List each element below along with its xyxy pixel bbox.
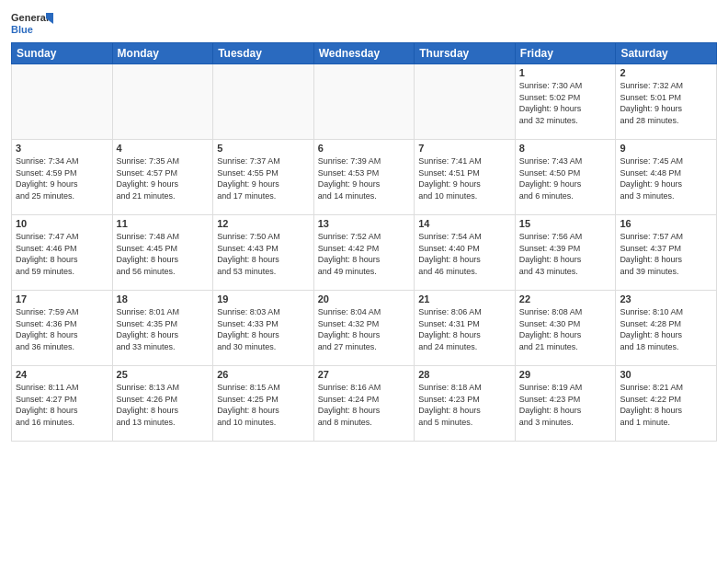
calendar-cell bbox=[12, 64, 113, 140]
day-number: 12 bbox=[217, 218, 310, 229]
calendar-cell bbox=[112, 64, 213, 140]
calendar-cell: 6Sunrise: 7:39 AM Sunset: 4:53 PM Daylig… bbox=[313, 140, 415, 215]
day-info: Sunrise: 7:39 AM Sunset: 4:53 PM Dayligh… bbox=[318, 155, 411, 201]
column-header-monday: Monday bbox=[112, 43, 213, 64]
day-number: 4 bbox=[117, 143, 210, 154]
svg-text:General: General bbox=[11, 12, 49, 23]
day-info: Sunrise: 8:04 AM Sunset: 4:32 PM Dayligh… bbox=[318, 306, 411, 352]
column-header-sunday: Sunday bbox=[12, 43, 113, 64]
column-header-saturday: Saturday bbox=[616, 43, 717, 64]
day-info: Sunrise: 7:30 AM Sunset: 5:02 PM Dayligh… bbox=[519, 80, 612, 126]
calendar-cell: 1Sunrise: 7:30 AM Sunset: 5:02 PM Daylig… bbox=[515, 64, 616, 140]
calendar-cell bbox=[213, 64, 314, 140]
calendar-cell: 30Sunrise: 8:21 AM Sunset: 4:22 PM Dayli… bbox=[616, 366, 717, 442]
calendar-cell: 10Sunrise: 7:47 AM Sunset: 4:46 PM Dayli… bbox=[12, 215, 113, 291]
day-info: Sunrise: 7:34 AM Sunset: 4:59 PM Dayligh… bbox=[16, 155, 108, 201]
day-number: 1 bbox=[519, 67, 612, 78]
calendar-cell: 13Sunrise: 7:52 AM Sunset: 4:42 PM Dayli… bbox=[313, 215, 415, 291]
day-number: 15 bbox=[519, 218, 612, 229]
day-number: 26 bbox=[217, 369, 310, 380]
day-info: Sunrise: 8:03 AM Sunset: 4:33 PM Dayligh… bbox=[217, 306, 310, 352]
day-number: 27 bbox=[318, 369, 411, 380]
calendar-cell: 23Sunrise: 8:10 AM Sunset: 4:28 PM Dayli… bbox=[616, 291, 717, 366]
calendar-cell: 12Sunrise: 7:50 AM Sunset: 4:43 PM Dayli… bbox=[213, 215, 314, 291]
day-number: 9 bbox=[620, 143, 712, 154]
calendar-cell: 27Sunrise: 8:16 AM Sunset: 4:24 PM Dayli… bbox=[313, 366, 415, 442]
calendar-cell: 2Sunrise: 7:32 AM Sunset: 5:01 PM Daylig… bbox=[616, 64, 717, 140]
day-info: Sunrise: 8:15 AM Sunset: 4:25 PM Dayligh… bbox=[217, 382, 310, 428]
day-info: Sunrise: 8:08 AM Sunset: 4:30 PM Dayligh… bbox=[519, 306, 612, 352]
calendar-cell: 3Sunrise: 7:34 AM Sunset: 4:59 PM Daylig… bbox=[12, 140, 113, 215]
calendar-cell: 19Sunrise: 8:03 AM Sunset: 4:33 PM Dayli… bbox=[213, 291, 314, 366]
day-info: Sunrise: 7:45 AM Sunset: 4:48 PM Dayligh… bbox=[620, 155, 712, 201]
day-number: 21 bbox=[418, 293, 511, 304]
day-number: 28 bbox=[418, 369, 511, 380]
day-number: 3 bbox=[16, 143, 108, 154]
day-number: 19 bbox=[217, 293, 310, 304]
day-number: 11 bbox=[117, 218, 210, 229]
day-info: Sunrise: 7:48 AM Sunset: 4:45 PM Dayligh… bbox=[117, 231, 210, 277]
day-info: Sunrise: 7:47 AM Sunset: 4:46 PM Dayligh… bbox=[16, 231, 108, 277]
day-number: 20 bbox=[318, 293, 411, 304]
day-info: Sunrise: 8:13 AM Sunset: 4:26 PM Dayligh… bbox=[117, 382, 210, 428]
day-number: 18 bbox=[117, 293, 210, 304]
calendar-cell: 25Sunrise: 8:13 AM Sunset: 4:26 PM Dayli… bbox=[112, 366, 213, 442]
day-number: 29 bbox=[519, 369, 612, 380]
calendar-cell: 14Sunrise: 7:54 AM Sunset: 4:40 PM Dayli… bbox=[415, 215, 516, 291]
calendar: SundayMondayTuesdayWednesdayThursdayFrid… bbox=[11, 42, 717, 442]
day-info: Sunrise: 8:21 AM Sunset: 4:22 PM Dayligh… bbox=[620, 382, 712, 428]
day-number: 13 bbox=[318, 218, 411, 229]
calendar-cell: 24Sunrise: 8:11 AM Sunset: 4:27 PM Dayli… bbox=[12, 366, 113, 442]
day-number: 5 bbox=[217, 143, 310, 154]
calendar-cell: 29Sunrise: 8:19 AM Sunset: 4:23 PM Dayli… bbox=[515, 366, 616, 442]
calendar-cell: 17Sunrise: 7:59 AM Sunset: 4:36 PM Dayli… bbox=[12, 291, 113, 366]
day-number: 16 bbox=[620, 218, 712, 229]
day-number: 14 bbox=[418, 218, 511, 229]
calendar-cell: 28Sunrise: 8:18 AM Sunset: 4:23 PM Dayli… bbox=[415, 366, 516, 442]
column-header-wednesday: Wednesday bbox=[313, 43, 415, 64]
day-info: Sunrise: 8:01 AM Sunset: 4:35 PM Dayligh… bbox=[117, 306, 210, 352]
day-info: Sunrise: 7:57 AM Sunset: 4:37 PM Dayligh… bbox=[620, 231, 712, 277]
logo-svg: GeneralBlue bbox=[11, 9, 57, 37]
day-info: Sunrise: 8:16 AM Sunset: 4:24 PM Dayligh… bbox=[318, 382, 411, 428]
day-info: Sunrise: 7:37 AM Sunset: 4:55 PM Dayligh… bbox=[217, 155, 310, 201]
day-info: Sunrise: 8:18 AM Sunset: 4:23 PM Dayligh… bbox=[418, 382, 511, 428]
calendar-cell: 8Sunrise: 7:43 AM Sunset: 4:50 PM Daylig… bbox=[515, 140, 616, 215]
day-number: 30 bbox=[620, 369, 712, 380]
day-number: 2 bbox=[620, 67, 712, 78]
calendar-cell: 9Sunrise: 7:45 AM Sunset: 4:48 PM Daylig… bbox=[616, 140, 717, 215]
logo: GeneralBlue bbox=[11, 9, 57, 37]
calendar-cell bbox=[313, 64, 415, 140]
day-number: 17 bbox=[16, 293, 108, 304]
day-number: 10 bbox=[16, 218, 108, 229]
column-header-friday: Friday bbox=[515, 43, 616, 64]
calendar-cell: 18Sunrise: 8:01 AM Sunset: 4:35 PM Dayli… bbox=[112, 291, 213, 366]
day-number: 8 bbox=[519, 143, 612, 154]
calendar-cell bbox=[415, 64, 516, 140]
day-number: 22 bbox=[519, 293, 612, 304]
column-header-thursday: Thursday bbox=[415, 43, 516, 64]
day-info: Sunrise: 7:35 AM Sunset: 4:57 PM Dayligh… bbox=[117, 155, 210, 201]
day-info: Sunrise: 8:10 AM Sunset: 4:28 PM Dayligh… bbox=[620, 306, 712, 352]
day-info: Sunrise: 8:06 AM Sunset: 4:31 PM Dayligh… bbox=[418, 306, 511, 352]
calendar-cell: 22Sunrise: 8:08 AM Sunset: 4:30 PM Dayli… bbox=[515, 291, 616, 366]
day-info: Sunrise: 7:41 AM Sunset: 4:51 PM Dayligh… bbox=[418, 155, 511, 201]
calendar-cell: 4Sunrise: 7:35 AM Sunset: 4:57 PM Daylig… bbox=[112, 140, 213, 215]
day-info: Sunrise: 7:52 AM Sunset: 4:42 PM Dayligh… bbox=[318, 231, 411, 277]
header: GeneralBlue bbox=[11, 9, 717, 37]
day-info: Sunrise: 7:32 AM Sunset: 5:01 PM Dayligh… bbox=[620, 80, 712, 126]
day-number: 23 bbox=[620, 293, 712, 304]
day-number: 6 bbox=[318, 143, 411, 154]
day-info: Sunrise: 7:56 AM Sunset: 4:39 PM Dayligh… bbox=[519, 231, 612, 277]
calendar-cell: 7Sunrise: 7:41 AM Sunset: 4:51 PM Daylig… bbox=[415, 140, 516, 215]
day-number: 24 bbox=[16, 369, 108, 380]
calendar-cell: 11Sunrise: 7:48 AM Sunset: 4:45 PM Dayli… bbox=[112, 215, 213, 291]
day-number: 7 bbox=[418, 143, 511, 154]
day-info: Sunrise: 8:19 AM Sunset: 4:23 PM Dayligh… bbox=[519, 382, 612, 428]
day-info: Sunrise: 7:54 AM Sunset: 4:40 PM Dayligh… bbox=[418, 231, 511, 277]
calendar-cell: 20Sunrise: 8:04 AM Sunset: 4:32 PM Dayli… bbox=[313, 291, 415, 366]
column-header-tuesday: Tuesday bbox=[213, 43, 314, 64]
day-number: 25 bbox=[117, 369, 210, 380]
calendar-cell: 21Sunrise: 8:06 AM Sunset: 4:31 PM Dayli… bbox=[415, 291, 516, 366]
day-info: Sunrise: 8:11 AM Sunset: 4:27 PM Dayligh… bbox=[16, 382, 108, 428]
